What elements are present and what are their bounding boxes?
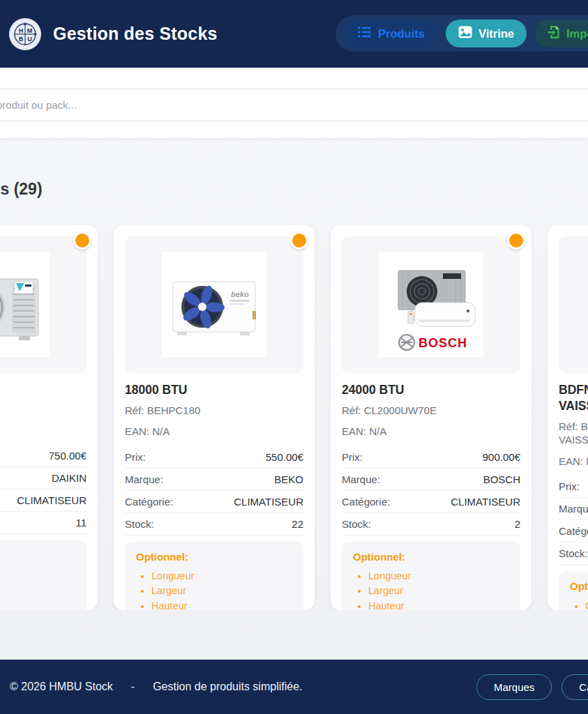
nav-vitrine-button[interactable]: Vitrine [446,20,527,47]
status-badge [73,231,91,250]
product-ean: EAN: N/A [342,425,520,439]
price-value: 900.00€ [483,451,520,463]
main-nav: Produits Vitrine [336,15,588,52]
category-row: Catégorie: [559,520,588,542]
beko-logo-text: beko [231,290,249,298]
nav-produits-label: Produits [378,27,425,40]
stock-row: Stock: [559,542,588,565]
logo-letter-u: U [27,35,32,42]
stock-row: Stock: 11 [0,512,86,534]
product-image-area: beko [125,236,303,373]
product-card-daikin[interactable]: Prix: 750.00€ Marque: DAIKIN Catégorie: … [0,225,98,610]
optional-box: Optionnel: Couleur [559,571,588,610]
list-icon [358,26,372,41]
price-value: 750.00€ [49,450,86,462]
optional-list: Longueur Largeur Hauteur [136,569,292,610]
logo-letter-m: M [27,26,33,33]
product-ref: Réf: BEHPC180 [125,404,303,418]
nav-importer-button[interactable]: Importer [535,20,588,47]
product-ean: EAN: N/A [125,425,303,439]
import-icon [548,25,560,42]
product-card-18000-btu[interactable]: beko 18000 BTU Réf: BEHPC180 EAN: N/A Pr… [114,225,315,610]
brand-value: BOSCH [483,473,520,485]
footer-tagline: Gestion de produits simplifiée. [153,681,302,693]
brand-row: Marque: DAIKIN [0,467,86,489]
footer-separator: - [131,681,135,693]
optional-item: Longueur [368,569,509,584]
optional-box: Optionnel: Longueur Largeur Hauteur [342,542,520,610]
price-row: Prix: 900.00€ [342,446,520,469]
bosch-logo-text: BOSCH [419,336,467,350]
stock-value: 22 [292,518,303,530]
category-value: CLIMATISEUR [234,496,303,508]
app-title: Gestion des Stocks [53,24,218,44]
product-card-24000-btu[interactable]: BOSCH 24000 BTU Réf: CL2000UW70E EAN: N/… [331,225,532,610]
status-badge [290,231,308,250]
search-band [0,68,588,138]
optional-list: Longueur Largeur Hauteur [353,569,509,610]
product-image: BOSCH [379,252,483,357]
product-image-area [0,236,86,373]
product-image-area [559,236,588,373]
marques-button[interactable]: Marques [476,674,552,700]
optional-item [0,568,75,582]
image-icon [458,26,472,41]
product-ean: EAN: N [559,455,588,469]
logo-letter-h: H [19,26,24,33]
product-ean [0,424,86,437]
footer-copyright: © 2026 HMBU Stock [10,681,113,693]
product-image: beko [162,252,266,357]
optional-box: Optionnel: Longueur Largeur Hauteur [125,542,303,610]
product-ref: Réf: CL2000UW70E [342,404,520,418]
category-row: Catégorie: CLIMATISEUR [342,491,520,513]
status-badge [507,231,525,250]
product-title [0,382,86,397]
logo-letter-b: B [19,35,24,42]
brand-row: Marque: [559,498,588,520]
header: H M B U Gestion des Stocks P [0,0,588,68]
footer-text: © 2026 HMBU Stock - Gestion de produits … [10,681,303,693]
product-grid: Prix: 750.00€ Marque: DAIKIN Catégorie: … [0,225,588,610]
product-title: 24000 BTU [342,382,520,398]
brand-row: Marque: BEKO [125,469,303,491]
app-window: H M B U Gestion des Stocks P [0,0,588,714]
product-image [0,252,50,357]
bosch-emblem [399,335,414,350]
optional-item: Largeur [368,584,509,598]
product-title: 18000 BTU [125,382,303,398]
section-title: Produits (29) [0,180,43,199]
optional-box [0,540,86,610]
optional-item: Hauteur [368,598,509,610]
product-ref: Réf: BDVAISSE [559,420,588,447]
price-row: Prix: 750.00€ [0,445,86,467]
optional-item: Largeur [151,584,292,598]
categories-button[interactable]: Catégories [561,674,588,700]
hmbu-logo-icon: H M B U [8,17,42,51]
optional-item: Longueur [151,569,292,584]
optional-item [0,597,75,610]
product-ref [0,403,86,416]
optional-item: Couleur [585,598,588,610]
search-input[interactable] [0,89,588,121]
product-card-bdfn[interactable]: BDFNVAISSE Réf: BDVAISSE EAN: N Prix: Ma… [548,225,588,610]
category-value: CLIMATISEUR [17,494,86,506]
stock-row: Stock: 22 [125,513,303,536]
price-row: Prix: [559,476,588,498]
brand-row: Marque: BOSCH [342,469,520,491]
footer: © 2026 HMBU Stock - Gestion de produits … [0,660,588,714]
nav-produits-button[interactable]: Produits [345,20,437,47]
brand-value: DAIKIN [52,472,86,484]
stock-row: Stock: 2 [342,513,520,536]
optional-item: Hauteur [151,598,292,610]
category-row: Catégorie: CLIMATISEUR [125,491,303,513]
category-row: Catégorie: CLIMATISEUR [0,489,86,512]
product-title: BDFNVAISSE [559,382,588,414]
price-row: Prix: 550.00€ [125,446,303,469]
optional-list [0,568,75,610]
price-value: 550.00€ [266,451,303,463]
optional-item [0,582,75,597]
footer-buttons: Marques Catégories [476,660,588,714]
nav-importer-label: Importer [566,27,588,40]
optional-list: Couleur [570,598,588,610]
stock-value: 2 [515,518,520,530]
